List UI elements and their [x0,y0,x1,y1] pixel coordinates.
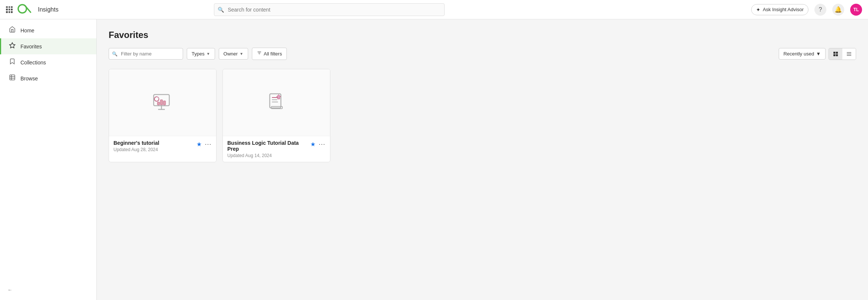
sort-button[interactable]: Recently used ▼ [779,48,826,60]
svg-rect-13 [836,54,838,56]
sidebar-item-home-label: Home [20,28,34,33]
filter-right: Recently used ▼ [779,48,856,60]
svg-rect-10 [833,52,835,54]
main-layout: Home Favorites Collections [0,19,868,300]
app-title: Insights [38,6,58,13]
svg-rect-3 [10,75,15,80]
sidebar-item-collections[interactable]: Collections [0,54,96,70]
owner-filter-button[interactable]: Owner ▼ [219,48,248,60]
sidebar: Home Favorites Collections [0,19,97,300]
svg-rect-20 [157,102,160,105]
sidebar-item-browse[interactable]: Browse [0,70,96,86]
card-meta-1: Updated Aug 28, 2024 [113,147,196,152]
app-thumbnail-1 [151,91,174,115]
bookmark-icon [9,58,16,67]
sidebar-item-collections-label: Collections [20,60,46,66]
cards-grid: Beginner's tutorial Updated Aug 28, 2024… [109,69,856,162]
search-icon: 🔍 [218,7,224,13]
grid-view-button[interactable] [829,48,842,60]
sidebar-item-favorites-label: Favorites [20,44,42,50]
card-meta-2: Updated Aug 14, 2024 [227,153,310,158]
sidebar-item-browse-label: Browse [20,76,38,82]
card-business-logic[interactable]: Business Logic Tutorial Data Prep Update… [222,69,330,162]
card-footer-1: Beginner's tutorial Updated Aug 28, 2024… [109,136,216,156]
filter-input-wrap: 🔍 [109,48,183,60]
nav-left: Insights [6,3,58,16]
page-title: Favorites [109,30,856,40]
view-toggle [829,48,856,60]
card-actions-2: ★ ⋯ [310,140,326,148]
filter-icon [257,51,262,57]
search-input[interactable] [214,3,445,16]
card-name-2: Business Logic Tutorial Data Prep [227,140,310,152]
table-icon [9,74,16,83]
svg-rect-22 [163,101,166,105]
star-icon [9,42,16,51]
svg-rect-12 [833,54,835,56]
sidebar-item-home[interactable]: Home [0,22,96,38]
notifications-button[interactable]: 🔔 [832,4,844,16]
collapse-button[interactable]: ← [7,287,89,293]
svg-rect-11 [836,52,838,54]
nav-right: ✦ Ask Insight Advisor ? 🔔 TL [751,4,862,16]
collapse-icon: ← [7,287,12,293]
ask-advisor-button[interactable]: ✦ Ask Insight Advisor [751,4,808,15]
card-preview-1 [109,69,216,136]
sidebar-bottom: ← [0,283,96,297]
sidebar-item-favorites[interactable]: Favorites [0,38,96,54]
svg-rect-21 [160,100,163,105]
card-more-button-2[interactable]: ⋯ [318,140,326,148]
sort-chevron-icon: ▼ [816,51,821,57]
card-footer-2: Business Logic Tutorial Data Prep Update… [223,136,330,162]
owner-chevron-icon: ▼ [240,52,243,56]
qlik-logo[interactable] [16,3,33,16]
card-info-2: Business Logic Tutorial Data Prep Update… [227,140,310,158]
help-button[interactable]: ? [814,4,826,16]
top-navigation: Insights 🔍 ✦ Ask Insight Advisor ? 🔔 TL [0,0,868,19]
card-more-button-1[interactable]: ⋯ [205,140,212,148]
sparkle-icon: ✦ [756,7,760,13]
filter-by-name-input[interactable] [109,48,183,60]
types-chevron-icon: ▼ [206,52,210,56]
card-actions-1: ★ ⋯ [196,140,212,148]
app-thumbnail-2 [265,91,288,115]
apps-grid-icon[interactable] [6,6,13,13]
filter-search-icon: 🔍 [112,51,118,57]
card-star-button-2[interactable]: ★ [310,141,316,148]
filter-bar: 🔍 Types ▼ Owner ▼ All filters [109,48,856,60]
content-area: Favorites 🔍 Types ▼ Owner ▼ [97,19,868,300]
user-avatar[interactable]: TL [850,4,862,16]
card-preview-2 [223,69,330,136]
card-beginners-tutorial[interactable]: Beginner's tutorial Updated Aug 28, 2024… [109,69,217,162]
home-icon [9,26,16,35]
types-filter-button[interactable]: Types ▼ [187,48,215,60]
all-filters-button[interactable]: All filters [252,48,287,60]
card-info-1: Beginner's tutorial Updated Aug 28, 2024 [113,140,196,152]
card-star-button-1[interactable]: ★ [196,141,202,148]
list-view-button[interactable] [842,48,856,60]
card-name-1: Beginner's tutorial [113,140,196,146]
search-bar: 🔍 [214,3,445,16]
svg-marker-2 [10,43,15,48]
